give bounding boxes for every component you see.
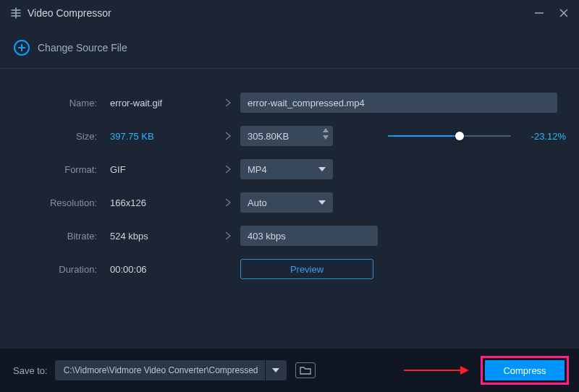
stepper-down-icon[interactable] xyxy=(323,135,329,140)
chevron-right-icon xyxy=(216,98,240,108)
compress-highlight: Compress xyxy=(481,356,569,385)
format-label: Format: xyxy=(13,164,100,175)
format-select-value: MP4 xyxy=(248,164,267,175)
name-source: error-wait.gif xyxy=(100,98,216,108)
chevron-right-icon xyxy=(216,231,240,241)
compress-button[interactable]: Compress xyxy=(485,360,565,380)
annotation-arrow-icon xyxy=(404,365,469,376)
chevron-right-icon xyxy=(216,197,240,208)
path-dropdown-button[interactable] xyxy=(265,360,287,380)
chevron-right-icon xyxy=(216,164,240,174)
bitrate-output: 403 kbps xyxy=(240,226,378,246)
svg-marker-14 xyxy=(272,368,279,372)
svg-marker-12 xyxy=(318,167,326,171)
minimize-button[interactable] xyxy=(534,8,544,18)
resolution-source: 166x126 xyxy=(100,197,216,208)
size-percent: -23.12% xyxy=(524,131,566,142)
format-select[interactable]: MP4 xyxy=(240,159,333,179)
caret-down-icon xyxy=(318,167,326,171)
row-duration: Duration: 00:00:06 Preview xyxy=(13,252,566,286)
resolution-label: Resolution: xyxy=(13,197,100,208)
source-bar: Change Source File xyxy=(0,26,579,69)
close-button[interactable] xyxy=(559,8,569,18)
open-folder-button[interactable] xyxy=(295,362,316,378)
output-name-input[interactable] xyxy=(240,93,557,113)
row-size: Size: 397.75 KB -23.12% xyxy=(13,119,566,153)
resolution-select-value: Auto xyxy=(248,197,267,208)
change-source-label[interactable]: Change Source File xyxy=(38,42,127,54)
duration-source: 00:00:06 xyxy=(100,264,216,275)
svg-marker-10 xyxy=(323,128,329,132)
titlebar: Video Compressor xyxy=(0,0,579,26)
format-source: GIF xyxy=(100,164,216,175)
row-resolution: Resolution: 166x126 Auto xyxy=(13,186,566,219)
svg-marker-13 xyxy=(318,200,326,205)
app-icon xyxy=(10,7,22,19)
size-source: 397.75 KB xyxy=(100,131,216,142)
app-title: Video Compressor xyxy=(28,7,111,19)
row-name: Name: error-wait.gif xyxy=(13,86,566,119)
target-size-input[interactable] xyxy=(240,126,333,146)
target-size-stepper[interactable] xyxy=(240,126,333,146)
chevron-right-icon xyxy=(216,131,240,141)
size-label: Size: xyxy=(13,131,100,142)
name-label: Name: xyxy=(13,98,100,108)
bitrate-source: 524 kbps xyxy=(100,231,216,242)
preview-button[interactable]: Preview xyxy=(240,259,373,279)
duration-label: Duration: xyxy=(13,264,100,275)
output-path-box[interactable]: C:\Vidmore\Vidmore Video Converter\Compr… xyxy=(55,360,265,380)
svg-marker-16 xyxy=(460,366,469,375)
slider-thumb[interactable] xyxy=(455,132,464,140)
bitrate-label: Bitrate: xyxy=(13,231,100,242)
main-form: Name: error-wait.gif Size: 397.75 KB -23… xyxy=(0,69,579,286)
bottom-bar: Save to: C:\Vidmore\Vidmore Video Conver… xyxy=(0,349,579,392)
add-source-icon[interactable] xyxy=(13,39,30,56)
row-format: Format: GIF MP4 xyxy=(13,153,566,186)
stepper-up-icon[interactable] xyxy=(323,128,329,132)
svg-marker-11 xyxy=(323,135,329,140)
size-slider[interactable] xyxy=(388,130,511,142)
saveto-label: Save to: xyxy=(13,365,48,376)
row-bitrate: Bitrate: 524 kbps 403 kbps xyxy=(13,219,566,252)
resolution-select[interactable]: Auto xyxy=(240,192,333,213)
caret-down-icon xyxy=(318,200,326,205)
